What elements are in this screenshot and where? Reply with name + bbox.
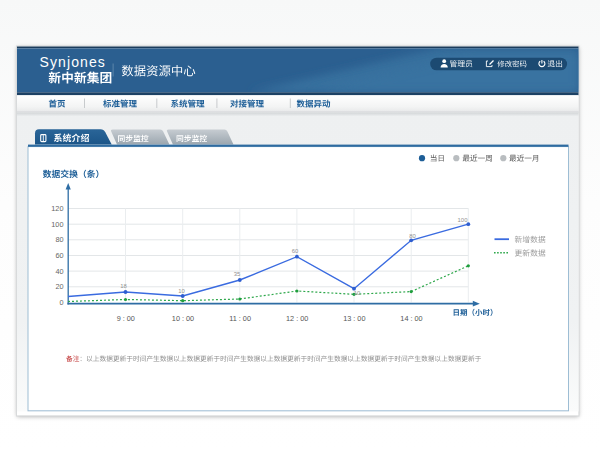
- svg-text:11 : 00: 11 : 00: [229, 314, 251, 323]
- svg-text:80: 80: [55, 235, 63, 244]
- svg-text:80: 80: [409, 233, 416, 239]
- svg-text:9 : 00: 9 : 00: [117, 314, 135, 323]
- svg-text:120: 120: [51, 204, 63, 213]
- svg-text:10: 10: [178, 288, 185, 294]
- svg-text:0: 0: [59, 298, 63, 307]
- svg-text:10 : 00: 10 : 00: [172, 314, 194, 323]
- svg-text:10: 10: [354, 290, 361, 296]
- svg-text:12 : 00: 12 : 00: [286, 314, 308, 323]
- svg-text:60: 60: [55, 251, 63, 260]
- svg-text:100: 100: [51, 220, 63, 229]
- svg-text:20: 20: [55, 282, 63, 291]
- svg-text:18: 18: [120, 283, 127, 289]
- svg-text:60: 60: [292, 248, 299, 254]
- svg-text:13 : 00: 13 : 00: [343, 314, 365, 323]
- svg-text:14 : 00: 14 : 00: [400, 314, 422, 323]
- svg-text:100: 100: [458, 217, 469, 223]
- svg-text:Synjones: Synjones: [40, 54, 106, 70]
- svg-text:40: 40: [55, 267, 63, 276]
- svg-text:35: 35: [234, 271, 241, 277]
